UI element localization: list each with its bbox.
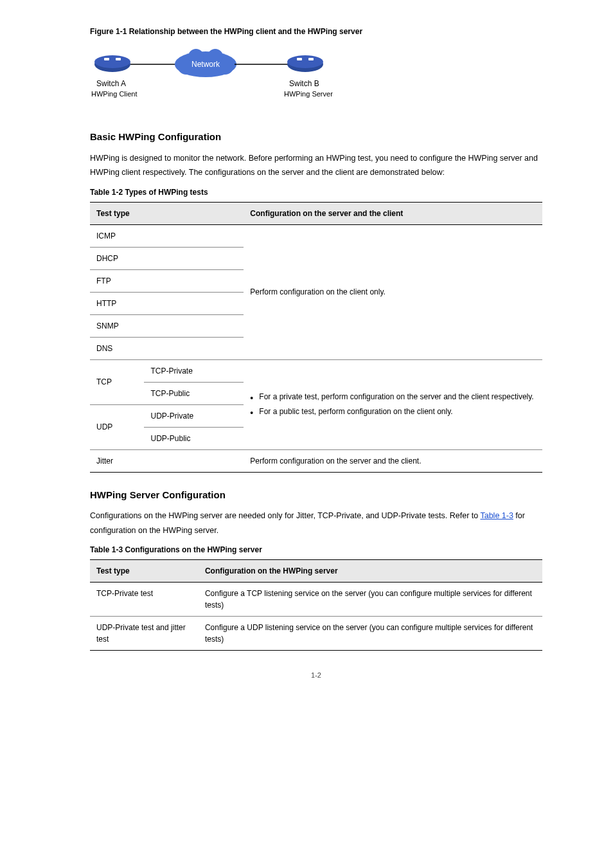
table1-cell: UDP: [90, 404, 144, 449]
switch-a-icon: [94, 55, 130, 72]
table1-cell-right1: Perform configuration on the client only…: [244, 224, 542, 359]
table1-cell: DNS: [90, 337, 244, 359]
table2-header-col2: Configuration on the HWPing server: [199, 560, 542, 583]
table1-header-col1: Test type: [90, 202, 244, 224]
table1-cell-right3: Perform configuration on the server and …: [244, 449, 542, 472]
svg-rect-3: [116, 58, 121, 60]
page-number: 1-2: [90, 670, 542, 681]
client-a-label: HWPing Client: [91, 90, 138, 98]
table2-cell: Configure a TCP listening service on the…: [199, 583, 542, 617]
section-title-basic: Basic HWPing Configuration: [90, 130, 542, 145]
table1-cell: HTTP: [90, 292, 244, 314]
table2-caption: Table 1-3 Configurations on the HWPing s…: [90, 544, 542, 556]
table1-cell: Jitter: [90, 449, 244, 472]
network-diagram: Network Switch A HWPing Client Switch B …: [90, 46, 542, 111]
switch-b-label: Switch B: [289, 79, 319, 88]
table2-cell: TCP-Private test: [90, 583, 199, 617]
bullet-item: For a private test, perform configuratio…: [250, 391, 536, 403]
table1-caption: Table 1-2 Types of HWPing tests: [90, 186, 542, 198]
section-title-server: HWPing Server Configuration: [90, 488, 542, 503]
svg-rect-14: [308, 58, 314, 60]
table1-cell-right2: For a private test, perform configuratio…: [244, 359, 542, 449]
table1-cell: ICMP: [90, 224, 244, 247]
table2-cell: UDP-Private test and jitter test: [90, 617, 199, 651]
table1-header-col2: Configuration on the server and the clie…: [244, 202, 542, 224]
table2-header-col1: Test type: [90, 560, 199, 583]
server-b-label: HWPing Server: [284, 90, 333, 98]
section-para-server: Configurations on the HWPing server are …: [90, 509, 542, 538]
para-prefix: Configurations on the HWPing server are …: [90, 511, 480, 520]
table1-cell: TCP-Public: [144, 382, 244, 404]
switch-b-icon: [287, 55, 323, 72]
switch-a-label: Switch A: [96, 79, 126, 88]
table1-cell: TCP-Private: [144, 359, 244, 382]
table1-cell: DHCP: [90, 247, 244, 269]
table1-cell: FTP: [90, 269, 244, 292]
table1-cell: SNMP: [90, 314, 244, 337]
table-test-types: Test type Configuration on the server an…: [90, 202, 542, 473]
svg-point-1: [94, 55, 130, 68]
table1-cell: UDP-Public: [144, 427, 244, 449]
table-link[interactable]: Table 1-3: [480, 511, 513, 520]
section-para-basic: HWPing is designed to monitor the networ…: [90, 151, 542, 180]
svg-point-12: [287, 55, 323, 68]
svg-rect-2: [104, 58, 109, 60]
table-server-config: Test type Configuration on the HWPing se…: [90, 559, 542, 651]
network-cloud-icon: Network: [175, 49, 236, 77]
figure-caption: Figure 1-1 Relationship between the HWPi…: [90, 26, 542, 37]
svg-rect-13: [297, 58, 302, 60]
table1-cell: UDP-Private: [144, 404, 244, 427]
table2-cell: Configure a UDP listening service on the…: [199, 617, 542, 651]
network-label: Network: [191, 60, 220, 69]
table1-cell: TCP: [90, 359, 144, 404]
bullet-item: For a public test, perform configuration…: [250, 406, 536, 418]
